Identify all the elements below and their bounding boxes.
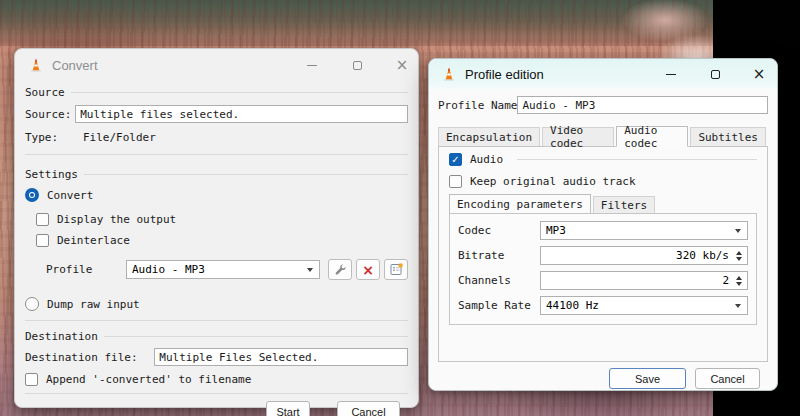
radio-selected-icon	[25, 188, 39, 202]
spin-down-icon[interactable]	[736, 257, 742, 261]
settings-group-title: Settings	[25, 168, 78, 181]
dump-raw-input-radio[interactable]: Dump raw input	[25, 297, 408, 311]
profile-combobox[interactable]: Audio - MP3	[126, 260, 320, 279]
tab-encapsulation[interactable]: Encapsulation	[438, 127, 540, 146]
convert-titlebar[interactable]: Convert ×	[15, 49, 418, 81]
profile-name-label: Profile Name	[438, 99, 517, 112]
wrench-icon	[334, 263, 347, 276]
spin-up-icon[interactable]	[736, 276, 742, 280]
encoding-parameters-panel: Codec MP3 Bitrate 320 kb/s	[449, 213, 757, 325]
chevron-down-icon	[735, 304, 741, 308]
delete-x-icon: ×	[362, 263, 374, 277]
destination-file-label: Destination file:	[25, 351, 154, 364]
convert-maximize-button[interactable]	[347, 55, 367, 75]
profile-titlebar[interactable]: Profile edition ×	[429, 59, 777, 89]
vlc-cone-icon	[28, 57, 44, 73]
profile-maximize-button[interactable]	[705, 64, 725, 84]
profile-tabbar: Encapsulation Video codec Audio codec Su…	[438, 126, 768, 147]
profile-combobox-value: Audio - MP3	[132, 263, 205, 276]
convert-window: Convert × Source Source: Type:	[14, 48, 419, 408]
append-converted-checkbox[interactable]: Append '-converted' to filename	[25, 373, 408, 386]
bitrate-label: Bitrate	[458, 249, 540, 262]
sample-rate-combobox-value: 44100 Hz	[546, 299, 599, 312]
save-button[interactable]: Save	[609, 368, 686, 389]
display-output-label: Display the output	[57, 213, 176, 226]
convert-radio-label: Convert	[47, 189, 93, 202]
profile-minimize-button[interactable]	[661, 64, 681, 84]
group-divider	[25, 320, 408, 321]
maximize-icon	[353, 61, 362, 70]
checkbox-unchecked-icon	[449, 175, 462, 188]
vlc-cone-icon	[441, 66, 457, 82]
settings-group: Settings Convert Display the output Dein…	[25, 167, 408, 321]
convert-minimize-button[interactable]	[302, 55, 322, 75]
start-button[interactable]: Start	[266, 401, 310, 416]
source-group-title: Source	[25, 86, 65, 99]
channels-spinbox[interactable]: 2	[540, 271, 748, 290]
audio-checkbox[interactable]: ✓ Audio	[449, 153, 757, 166]
spin-down-icon[interactable]	[736, 282, 742, 286]
convert-close-button[interactable]: ×	[392, 55, 412, 75]
profile-close-button[interactable]: ×	[749, 64, 769, 84]
close-icon: ×	[753, 67, 766, 82]
profile-edition-window: Profile edition × Profile Name Encapsula…	[428, 58, 778, 391]
bitrate-spinbox[interactable]: 320 kb/s	[540, 246, 748, 265]
edit-profile-button[interactable]	[328, 259, 352, 280]
sample-rate-label: Sample Rate	[458, 299, 540, 312]
checkbox-unchecked-icon	[25, 373, 38, 386]
checkbox-unchecked-icon	[36, 234, 49, 247]
convert-cancel-button[interactable]: Cancel	[337, 401, 400, 416]
group-divider	[104, 336, 408, 337]
subtab-filters[interactable]: Filters	[593, 196, 655, 213]
new-profile-button[interactable]	[384, 259, 408, 280]
channels-value: 2	[722, 274, 729, 287]
radio-unselected-icon	[25, 297, 39, 311]
append-converted-label: Append '-converted' to filename	[46, 373, 251, 386]
spin-up-icon[interactable]	[736, 251, 742, 255]
tab-video-codec[interactable]: Video codec	[542, 127, 614, 146]
profile-cancel-button[interactable]: Cancel	[695, 368, 760, 389]
tab-audio-codec[interactable]: Audio codec	[616, 126, 688, 147]
close-icon: ×	[396, 58, 409, 73]
type-value: File/Folder	[83, 131, 156, 144]
codec-combobox[interactable]: MP3	[540, 221, 748, 240]
minimize-icon	[307, 65, 317, 66]
desktop: Convert × Source Source: Type:	[0, 0, 800, 416]
encoding-subtabbar: Encoding parameters Filters	[449, 194, 757, 213]
checkbox-checked-icon: ✓	[449, 153, 462, 166]
group-divider	[517, 159, 757, 160]
convert-radio[interactable]: Convert	[25, 188, 408, 202]
keep-original-audio-label: Keep original audio track	[470, 175, 636, 188]
type-label: Type:	[25, 131, 83, 144]
source-group: Source Source: Type: File/Folder	[25, 85, 408, 155]
channels-label: Channels	[458, 274, 540, 287]
profile-name-input[interactable]	[517, 96, 768, 114]
convert-window-title: Convert	[52, 58, 98, 73]
checkbox-unchecked-icon	[36, 213, 49, 226]
delete-profile-button[interactable]: ×	[356, 259, 380, 280]
keep-original-audio-checkbox[interactable]: Keep original audio track	[449, 175, 757, 188]
tab-subtitles[interactable]: Subtitles	[690, 127, 766, 146]
display-output-checkbox[interactable]: Display the output	[36, 213, 408, 226]
destination-file-input[interactable]	[154, 348, 408, 366]
new-profile-list-icon	[390, 263, 403, 276]
minimize-icon	[666, 74, 676, 75]
chevron-down-icon	[307, 268, 313, 272]
codec-label: Codec	[458, 224, 540, 237]
check-icon: ✓	[451, 155, 459, 165]
source-label: Source:	[25, 108, 75, 121]
profile-label: Profile	[46, 263, 122, 276]
group-divider	[25, 154, 408, 155]
destination-group: Destination Destination file: Append '-c…	[25, 329, 408, 394]
chevron-down-icon	[735, 229, 741, 233]
profile-window-title: Profile edition	[465, 67, 544, 82]
audio-codec-panel: ✓ Audio Keep original audio track Encodi…	[438, 147, 768, 362]
deinterlace-checkbox[interactable]: Deinterlace	[36, 234, 408, 247]
codec-combobox-value: MP3	[546, 224, 566, 237]
subtab-encoding-parameters[interactable]: Encoding parameters	[449, 194, 591, 213]
source-input[interactable]	[75, 105, 408, 123]
sample-rate-combobox[interactable]: 44100 Hz	[540, 296, 748, 315]
destination-group-title: Destination	[25, 330, 98, 343]
bitrate-value: 320 kb/s	[676, 249, 729, 262]
dump-raw-input-label: Dump raw input	[47, 298, 140, 311]
